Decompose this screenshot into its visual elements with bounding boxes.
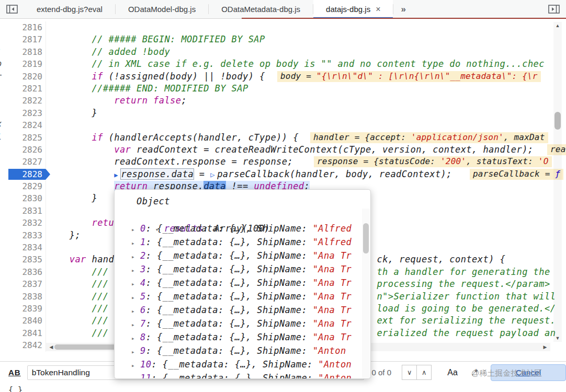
array-item-row[interactable]: ▸3: {__metadata: {…}, ShipName: "Ana Tr bbox=[131, 262, 370, 276]
devtools-window: extend-dbg.js?evalODataModel-dbg.jsOData… bbox=[0, 0, 566, 392]
line-number[interactable]: 2842 bbox=[0, 339, 46, 351]
inline-breakpoint-outline-icon[interactable]: ▷ bbox=[210, 169, 217, 181]
line-number[interactable]: 2819 bbox=[0, 58, 46, 70]
line-number[interactable]: 2837 bbox=[0, 278, 46, 290]
expand-arrow-icon[interactable]: ▸ bbox=[131, 373, 140, 379]
line-number[interactable]: 2841 bbox=[0, 327, 46, 339]
expand-arrow-icon[interactable]: ▸ bbox=[131, 278, 140, 290]
array-item-row[interactable]: ▸1: {__metadata: {…}, ShipName: "Alfred bbox=[131, 235, 370, 249]
line-number[interactable]: 2836 bbox=[0, 266, 46, 278]
item-preview: {__metadata: {…}, ShipName: bbox=[157, 237, 313, 247]
inline-breakpoint-filled-icon[interactable]: ▶ bbox=[114, 169, 121, 181]
item-value: "Alfred bbox=[313, 223, 352, 234]
array-item-row[interactable]: ▸4: {__metadata: {…}, ShipName: "Ana Tr bbox=[131, 276, 370, 290]
item-preview: {__metadata: {…}, ShipName: bbox=[163, 373, 319, 379]
file-tab[interactable]: ODataMetadata-dbg.js bbox=[209, 0, 313, 18]
item-preview: {__metadata: {…}, ShipName: bbox=[157, 278, 313, 288]
line-number[interactable]: 2826 bbox=[0, 144, 46, 156]
line-number[interactable]: 2835 bbox=[0, 253, 46, 266]
line-number[interactable]: 2821 bbox=[0, 83, 46, 95]
code-token bbox=[47, 181, 114, 191]
match-case-toggle[interactable]: Aa bbox=[447, 368, 458, 377]
toggle-debugger-panel-button[interactable] bbox=[542, 0, 566, 18]
expand-arrow-icon[interactable]: ▸ bbox=[131, 237, 140, 249]
expand-arrow-icon[interactable]: ▸ bbox=[131, 359, 140, 371]
code-token: if bbox=[92, 132, 103, 143]
line-number[interactable]: 2833 bbox=[0, 229, 46, 241]
file-tab[interactable]: extend-dbg.js?eval bbox=[24, 0, 115, 18]
array-item-row[interactable]: ▸5: {__metadata: {…}, ShipName: "Ana Tr bbox=[131, 290, 370, 303]
expand-arrow-icon[interactable]: ▸ bbox=[131, 345, 140, 358]
code-text[interactable]: var readContext = createReadWriteContext… bbox=[47, 144, 566, 156]
array-item-row[interactable]: ▸8: {__metadata: {…}, ShipName: "Ana Tr bbox=[131, 330, 370, 344]
array-item-row[interactable]: ▸10: {__metadata: {…}, ShipName: "Anton bbox=[131, 358, 370, 371]
code-text[interactable]: //##### END: MODIFIED BY SAP bbox=[47, 83, 566, 95]
expand-arrow-icon[interactable]: ▸ bbox=[131, 264, 140, 276]
vertical-scrollbar-thumb[interactable] bbox=[554, 112, 561, 130]
file-tab[interactable]: ODataModel-dbg.js bbox=[116, 0, 208, 18]
previous-match-button[interactable]: ∧ bbox=[416, 365, 432, 380]
line-number[interactable]: 2820 bbox=[0, 71, 46, 83]
expand-arrow-icon[interactable]: ▸ bbox=[131, 318, 140, 330]
line-number[interactable]: 2825 bbox=[0, 132, 46, 144]
item-separator: : bbox=[146, 291, 157, 302]
code-text[interactable]: } bbox=[47, 107, 566, 119]
array-item-row[interactable]: ▸7: {__metadata: {…}, ShipName: "Ana Tr bbox=[131, 317, 370, 330]
line-number-text: 2842 bbox=[22, 340, 42, 350]
line-number[interactable]: 2832 bbox=[0, 217, 46, 229]
line-number[interactable]: 2829 bbox=[0, 180, 46, 192]
execution-line-number[interactable]: 2828 bbox=[0, 168, 46, 180]
code-token: return bbox=[114, 95, 148, 106]
expand-arrow-icon[interactable]: ▸ bbox=[131, 291, 140, 303]
scroll-right-icon[interactable]: ▶ bbox=[541, 344, 549, 350]
chevron-down-icon: ∨ bbox=[407, 368, 412, 376]
array-item-row[interactable]: ▸6: {__metadata: {…}, ShipName: "Ana Tr bbox=[131, 303, 370, 317]
line-number[interactable]: 2838 bbox=[0, 291, 46, 303]
array-item-row[interactable]: ▸2: {__metadata: {…}, ShipName: "Ana Tr bbox=[131, 249, 370, 262]
line-number-text: 2841 bbox=[22, 328, 42, 338]
line-number-text: 2829 bbox=[22, 181, 42, 191]
code-token: // in XML case if e.g. delete op body is… bbox=[47, 59, 545, 69]
file-tab[interactable]: datajs-dbg.js× bbox=[313, 0, 393, 18]
line-number[interactable]: 2818 bbox=[0, 46, 46, 58]
array-item-row[interactable]: ▸0: {__metadata: {…}, ShipName: "Alfred bbox=[131, 222, 370, 235]
array-item-row[interactable]: ▸9: {__metadata: {…}, ShipName: "Anton bbox=[131, 344, 370, 358]
code-text[interactable]: return false; bbox=[47, 95, 566, 107]
line-number[interactable]: 2823 bbox=[0, 107, 46, 119]
line-number[interactable]: 2824 bbox=[0, 119, 46, 131]
array-item-row[interactable]: ▸11: {__metadata: {…}, ShipName: "Anton bbox=[131, 371, 370, 379]
code-text[interactable]: // in XML case if e.g. delete op body is… bbox=[47, 58, 566, 70]
line-number[interactable]: 2822 bbox=[0, 95, 46, 107]
line-number[interactable]: 2827 bbox=[0, 156, 46, 168]
popup-scrollbar-thumb[interactable] bbox=[363, 223, 369, 253]
line-number[interactable]: 2816 bbox=[0, 21, 46, 33]
line-number[interactable]: 2830 bbox=[0, 192, 46, 204]
popup-scrollbar[interactable] bbox=[362, 209, 370, 378]
clipped-left-text: p bbox=[0, 59, 2, 68]
code-text[interactable]: // ##### BEGIN: MODIFIED BY SAP bbox=[47, 33, 566, 45]
toggle-navigator-button[interactable] bbox=[0, 0, 24, 18]
expand-arrow-icon[interactable]: ▸ bbox=[131, 250, 140, 262]
line-number[interactable]: 2834 bbox=[0, 241, 46, 253]
more-tabs-button[interactable]: » bbox=[393, 0, 413, 18]
item-value: "Ana Tr bbox=[313, 318, 352, 329]
clipped-left-text: l bbox=[0, 132, 2, 142]
vertical-scrollbar[interactable]: ▲ ▼ bbox=[553, 22, 562, 342]
close-tab-icon[interactable]: × bbox=[376, 5, 380, 14]
expand-arrow-icon[interactable]: ▸ bbox=[131, 223, 140, 235]
pretty-print-icon[interactable]: { } bbox=[8, 385, 22, 392]
next-match-button[interactable]: ∨ bbox=[402, 365, 417, 380]
code-text[interactable]: // added !body bbox=[47, 46, 566, 58]
item-separator: : bbox=[146, 223, 157, 234]
expand-arrow-icon[interactable]: ▸ bbox=[131, 305, 140, 317]
line-number[interactable]: 2817 bbox=[0, 33, 46, 45]
scroll-down-icon[interactable]: ▼ bbox=[553, 336, 562, 341]
expand-arrow-icon[interactable]: ▸ bbox=[131, 332, 140, 344]
line-number[interactable]: 2831 bbox=[0, 205, 46, 217]
line-number[interactable]: 2839 bbox=[0, 303, 46, 315]
line-number-text: 2832 bbox=[22, 218, 42, 228]
line-number[interactable]: 2840 bbox=[0, 315, 46, 327]
code-token bbox=[47, 132, 92, 143]
scroll-up-icon[interactable]: ▲ bbox=[553, 23, 562, 28]
popup-root-row[interactable]: ▾results: Array(100) bbox=[122, 208, 370, 222]
